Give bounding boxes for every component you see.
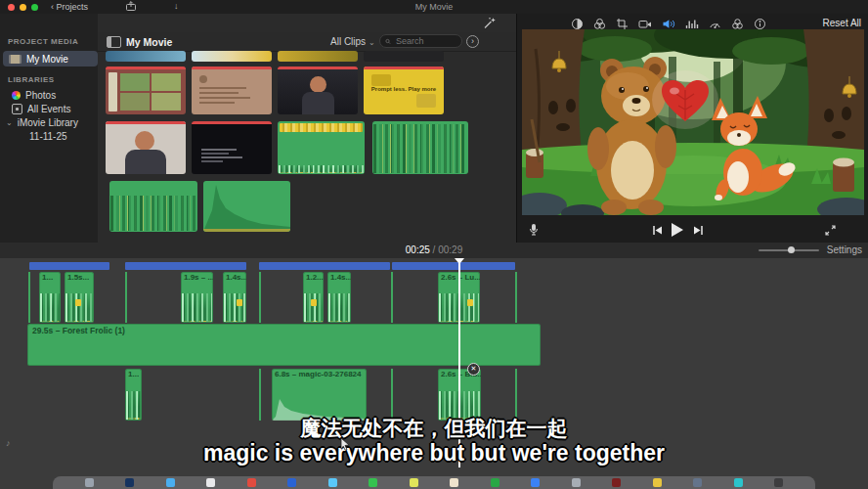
previous-frame-button[interactable] (652, 225, 663, 236)
project-media-header: PROJECT MEDIA (8, 37, 78, 46)
sidebar-item-imovie-library[interactable]: ⌄ iMovie Library (6, 117, 78, 128)
preview-frame-image (522, 29, 864, 215)
macos-dock[interactable] (53, 476, 815, 489)
dock-icon[interactable] (774, 478, 783, 487)
dock-icon[interactable] (734, 478, 743, 487)
library-sidebar: PROJECT MEDIA My Movie LIBRARIES Photos … (0, 14, 99, 244)
dock-icon[interactable] (328, 478, 337, 487)
clip-group-bar[interactable] (259, 262, 390, 270)
project-name-label: My Movie (26, 54, 68, 65)
recording-bar (278, 67, 358, 69)
search-input[interactable] (394, 35, 456, 47)
dock-icon[interactable] (247, 478, 256, 487)
reset-all-button[interactable]: Reset All (823, 18, 861, 28)
clip-group-bar[interactable] (392, 262, 515, 270)
media-browser-header: My Movie All Clips ⌄ › (98, 32, 516, 52)
dock-icon[interactable] (369, 478, 377, 487)
dock-icon[interactable] (206, 478, 215, 487)
fullscreen-icon[interactable] (824, 224, 837, 237)
media-audio-thumbnail[interactable] (109, 181, 197, 232)
recording-bar (364, 67, 444, 69)
media-thumbnail[interactable] (106, 51, 186, 62)
waveform (110, 196, 196, 231)
dock-icon[interactable] (166, 478, 175, 487)
clip-warning-badge (311, 299, 317, 306)
all-clips-filter[interactable]: All Clips ⌄ (330, 36, 375, 47)
media-thumbnail[interactable] (192, 51, 272, 62)
recording-bar (106, 67, 186, 69)
media-audio-thumbnail[interactable] (278, 121, 365, 174)
timeline-clip[interactable]: 1.4s... (223, 272, 246, 323)
all-events-label: All Events (27, 104, 70, 114)
all-events-icon (12, 104, 22, 114)
clip-warning-badge (467, 299, 473, 306)
media-thumbnail[interactable] (106, 67, 186, 114)
dock-icon[interactable] (572, 478, 581, 487)
library-date-label: 11-11-25 (29, 131, 67, 142)
recording-bar (192, 121, 272, 124)
viewer-pane: Reset All (516, 14, 868, 244)
voiceover-mic-icon[interactable] (527, 223, 541, 237)
enhance-wand-icon[interactable] (483, 17, 497, 29)
sidebar-item-library-date[interactable]: 11-11-25 (29, 131, 67, 142)
timecode: 00:25 / 00:29 (0, 244, 868, 255)
timeline-clip[interactable]: 6.8s – magic-03-276824 (272, 369, 367, 421)
dock-icon[interactable] (410, 478, 418, 487)
timeline-clip[interactable]: 1... (125, 369, 142, 421)
heart (652, 70, 718, 129)
sidebar-item-all-events[interactable]: All Events (12, 104, 70, 114)
yellow-card-text: Prompt less. Play more (364, 86, 444, 92)
dock-icon[interactable] (491, 478, 499, 487)
media-browser-title: My Movie (126, 36, 172, 48)
dock-icon[interactable] (531, 478, 540, 487)
timeline-header: 00:25 / 00:29 Settings (0, 243, 868, 259)
clip-mute-badge[interactable]: ✕ (467, 363, 480, 376)
dock-icon[interactable] (85, 478, 94, 487)
timecode-current: 00:25 (406, 244, 430, 255)
timeline-clip[interactable]: 1... (39, 272, 61, 323)
sidebar-item-photos[interactable]: Photos (12, 90, 56, 101)
timeline-settings-button[interactable]: Settings (827, 244, 862, 255)
dock-icon[interactable] (612, 478, 621, 487)
media-thumbnail[interactable] (364, 51, 444, 62)
timeline-clip[interactable]: 1.5s... (65, 272, 94, 323)
media-thumbnail[interactable] (278, 51, 358, 62)
media-thumbnail[interactable] (278, 67, 358, 114)
clip-warning-badge (237, 299, 242, 306)
next-frame-button[interactable] (693, 225, 704, 236)
dock-icon[interactable] (287, 478, 296, 487)
media-browser: My Movie All Clips ⌄ › (98, 14, 516, 244)
sidebar-item-my-movie[interactable]: My Movie (3, 51, 98, 67)
filmstrip-icon (9, 55, 22, 64)
media-thumbnail[interactable] (192, 121, 272, 174)
timeline-clip[interactable]: 1.9s – ... (181, 272, 213, 323)
window-title: My Movie (0, 2, 868, 12)
sidebar-toggle-icon[interactable] (107, 36, 121, 48)
clip-group-bar[interactable] (29, 262, 109, 270)
dock-icon[interactable] (450, 478, 458, 487)
timeline-clip[interactable]: 1.4s... (327, 272, 351, 323)
media-audio-thumbnail[interactable] (372, 121, 468, 174)
clip-group-bar[interactable] (125, 262, 246, 270)
browser-advance-icon[interactable]: › (466, 35, 479, 48)
timeline-clip[interactable]: 1.2... (303, 272, 324, 323)
dock-icon[interactable] (653, 478, 662, 487)
music-clip[interactable]: 29.5s – Forest Frolic (1) (27, 324, 541, 366)
zoom-slider-knob[interactable] (788, 246, 795, 253)
recording-bar (106, 121, 186, 124)
media-thumbnail[interactable] (192, 67, 272, 114)
filter-label: All Clips (330, 36, 366, 47)
dock-icon[interactable] (125, 478, 134, 487)
timeline-zoom-slider[interactable] (759, 249, 819, 251)
search-field[interactable] (379, 34, 462, 48)
photos-icon (12, 91, 21, 100)
media-thumbnail[interactable] (106, 121, 186, 174)
timecode-total: 00:29 (438, 244, 462, 255)
subtitle-line-english: magic is everywhere but but we're togeth… (0, 440, 868, 467)
waveform-band (280, 123, 363, 132)
media-audio-thumbnail[interactable] (203, 181, 290, 232)
dock-icon[interactable] (693, 478, 702, 487)
play-button[interactable] (670, 222, 684, 238)
imovie-library-label: iMovie Library (18, 117, 78, 128)
media-thumbnail[interactable]: Prompt less. Play more (364, 67, 444, 114)
